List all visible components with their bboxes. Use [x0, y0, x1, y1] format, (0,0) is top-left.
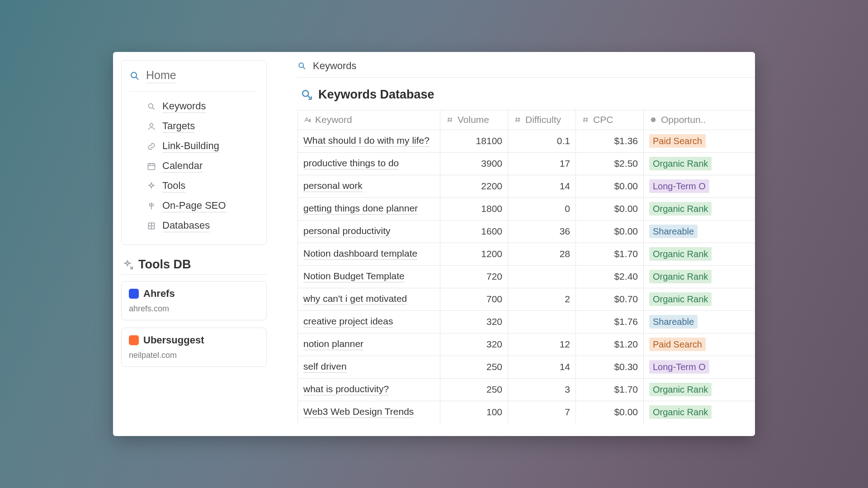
- sidebar-item-label: Tools: [162, 180, 185, 192]
- table-row[interactable]: getting things done planner18000$0.00Org…: [297, 197, 755, 220]
- cell-keyword[interactable]: getting things done planner: [297, 198, 440, 220]
- sidebar-item-targets[interactable]: Targets: [146, 117, 257, 136]
- person-icon: [147, 122, 156, 131]
- cell-difficulty: 14: [508, 356, 576, 378]
- cell-keyword[interactable]: why can't i get motivated: [297, 288, 440, 310]
- cell-keyword[interactable]: productive things to do: [297, 153, 440, 175]
- svg-line-23: [516, 117, 517, 122]
- cell-cpc: $0.00: [576, 198, 644, 220]
- column-label: CPC: [593, 114, 613, 125]
- column-label: Volume: [458, 114, 489, 125]
- cell-volume: 700: [440, 288, 508, 310]
- keywords-table: Keyword Volume Difficulty CPC Opportun..: [297, 110, 755, 423]
- tools-db-section: Tools DB Ahrefs ahrefs.com Ubersuggest n…: [121, 258, 267, 374]
- cell-difficulty: 3: [508, 379, 576, 401]
- svg-line-3: [153, 108, 155, 110]
- table-row[interactable]: productive things to do390017$2.50Organi…: [297, 152, 755, 175]
- svg-line-15: [308, 96, 310, 98]
- cell-keyword[interactable]: personal work: [297, 175, 440, 197]
- cell-opportunity: Long-Term O: [644, 175, 712, 197]
- signpost-icon: [147, 202, 156, 211]
- database-title: Keywords Database: [318, 88, 434, 102]
- cell-keyword[interactable]: notion planner: [297, 333, 440, 356]
- cell-cpc: $0.70: [576, 288, 644, 310]
- column-header-cpc[interactable]: CPC: [576, 110, 644, 130]
- cell-keyword[interactable]: Notion dashboard template: [297, 243, 440, 265]
- cell-keyword[interactable]: creative project ideas: [297, 311, 440, 333]
- sidebar-item-calendar[interactable]: Calendar: [146, 157, 257, 176]
- svg-point-0: [131, 72, 137, 78]
- breadcrumb[interactable]: Keywords: [297, 60, 755, 78]
- table-row[interactable]: Notion dashboard template120028$1.70Orga…: [297, 243, 755, 265]
- sidebar-item-tools[interactable]: Tools: [146, 177, 257, 196]
- cell-keyword[interactable]: What should I do with my life?: [297, 130, 440, 152]
- nav-home[interactable]: Home: [130, 69, 257, 85]
- cell-volume: 250: [440, 356, 508, 378]
- cell-difficulty: [508, 266, 576, 288]
- tool-card-domain: ahrefs.com: [129, 304, 259, 314]
- cell-difficulty: 2: [508, 288, 576, 310]
- svg-point-14: [302, 90, 308, 96]
- table-row[interactable]: What should I do with my life?181000.1$1…: [297, 130, 755, 152]
- cell-keyword[interactable]: personal productivity: [297, 221, 440, 243]
- search-icon: [147, 102, 156, 111]
- hash-icon: [514, 116, 522, 124]
- cell-opportunity: Shareable: [644, 311, 712, 333]
- cell-keyword[interactable]: Web3 Web Design Trends: [297, 401, 440, 423]
- tool-card-ubersuggest[interactable]: Ubersuggest neilpatel.com: [121, 328, 267, 367]
- table-row[interactable]: Notion Budget Template720$2.40Organic Ra…: [297, 265, 755, 288]
- table-header: Keyword Volume Difficulty CPC Opportun..: [297, 110, 755, 130]
- cell-keyword[interactable]: self driven: [297, 356, 440, 378]
- table-row[interactable]: personal work220014$0.00Long-Term O: [297, 175, 755, 197]
- sidebar-item-label: Calendar: [162, 160, 203, 173]
- cell-volume: 3900: [440, 153, 508, 175]
- svg-line-24: [519, 117, 519, 122]
- cell-opportunity: Shareable: [644, 221, 712, 243]
- column-header-keyword[interactable]: Keyword: [297, 110, 440, 130]
- ubersuggest-icon: [129, 335, 139, 345]
- cell-cpc: $1.20: [576, 333, 644, 356]
- sidebar-item-link-building[interactable]: Link-Building: [146, 137, 257, 156]
- ahrefs-icon: [129, 289, 139, 299]
- tool-card-title-row: Ahrefs: [129, 288, 259, 300]
- table-row[interactable]: what is productivity?2503$1.70Organic Ra…: [297, 378, 755, 401]
- table-row[interactable]: personal productivity160036$0.00Shareabl…: [297, 220, 755, 243]
- cell-difficulty: [508, 311, 576, 333]
- nav-home-label: Home: [146, 69, 176, 83]
- table-row[interactable]: why can't i get motivated7002$0.70Organi…: [297, 288, 755, 310]
- sidebar-item-keywords[interactable]: Keywords: [146, 97, 257, 116]
- cell-difficulty: 14: [508, 175, 576, 197]
- cell-difficulty: 36: [508, 221, 576, 243]
- cell-volume: 1600: [440, 221, 508, 243]
- table-row[interactable]: creative project ideas320$1.76Shareable: [297, 310, 755, 333]
- svg-point-29: [651, 117, 656, 122]
- sidebar-item-on-page-seo[interactable]: On-Page SEO: [146, 197, 257, 216]
- column-header-opportunity[interactable]: Opportun..: [644, 110, 712, 130]
- table-row[interactable]: Web3 Web Design Trends1007$0.00Organic R…: [297, 401, 755, 423]
- svg-rect-5: [148, 164, 155, 169]
- svg-line-13: [303, 67, 305, 69]
- tools-db-header[interactable]: Tools DB: [121, 258, 267, 272]
- left-column: Home Keywords Targets Link-Building Ca: [121, 60, 275, 436]
- sidebar-item-label: Link-Building: [162, 140, 219, 153]
- table-row[interactable]: notion planner32012$1.20Paid Search: [297, 333, 755, 356]
- svg-line-28: [586, 117, 587, 122]
- cell-opportunity: Organic Rank: [644, 401, 712, 423]
- column-header-difficulty[interactable]: Difficulty: [508, 110, 576, 130]
- table-row[interactable]: self driven25014$0.30Long-Term O: [297, 356, 755, 378]
- cell-difficulty: 17: [508, 153, 576, 175]
- cell-keyword[interactable]: what is productivity?: [297, 379, 440, 401]
- search-icon: [297, 61, 307, 70]
- sparkle-icon: [147, 182, 156, 191]
- tool-card-ahrefs[interactable]: Ahrefs ahrefs.com: [121, 281, 267, 320]
- svg-line-1: [136, 77, 139, 80]
- cell-difficulty: 0: [508, 198, 576, 220]
- column-header-volume[interactable]: Volume: [440, 110, 508, 130]
- svg-line-19: [448, 117, 449, 122]
- cell-volume: 2200: [440, 175, 508, 197]
- text-icon: [303, 116, 311, 124]
- cell-cpc: $1.70: [576, 243, 644, 265]
- cell-volume: 320: [440, 333, 508, 356]
- cell-keyword[interactable]: Notion Budget Template: [297, 266, 440, 288]
- sidebar-item-databases[interactable]: Databases: [146, 216, 257, 235]
